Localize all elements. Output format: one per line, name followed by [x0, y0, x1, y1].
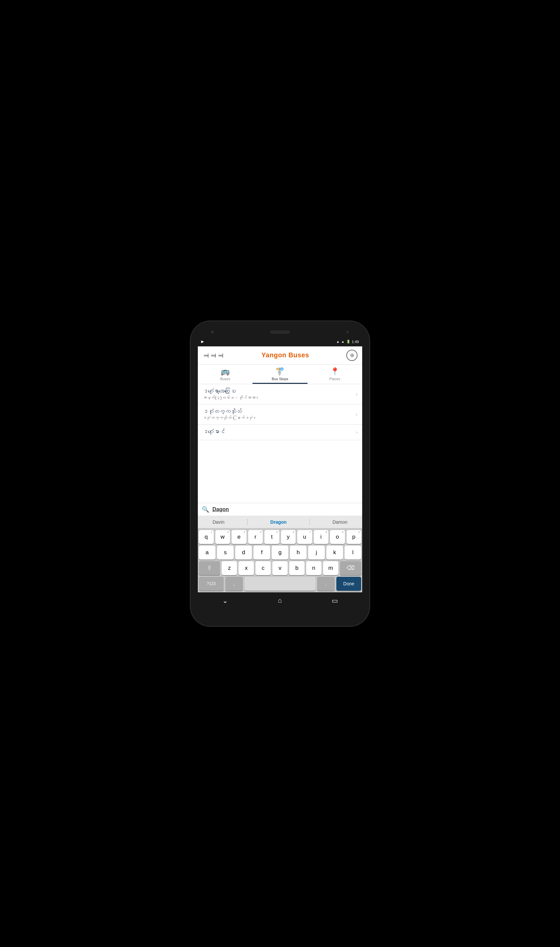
tab-places-label: Places — [329, 377, 340, 381]
signal-icon: ▲ — [341, 340, 345, 343]
key-shift[interactable]: ⇧ — [199, 561, 220, 575]
key-t[interactable]: 5t — [265, 530, 279, 544]
list-item-text: ဒဂုံရောအဝေးပြေး အမှတ်(၃)လမ်းမ၊ လိုင်သာယာ… — [203, 388, 356, 400]
back-button[interactable]: ⌄ — [215, 596, 235, 605]
list-item-title: ဒဂုံမောင် — [203, 429, 356, 435]
key-y[interactable]: 6y — [281, 530, 296, 544]
chevron-right-icon: › — [356, 429, 357, 435]
tab-bar: 🚌 Buses 🚏 Bus Stops 📍 Places — [198, 365, 362, 384]
chevron-right-icon: › — [356, 391, 357, 397]
home-button[interactable]: ⌂ — [270, 596, 290, 605]
autocomplete-word-davin[interactable]: Davin — [206, 519, 231, 525]
key-a[interactable]: a — [199, 546, 215, 559]
key-d[interactable]: d — [235, 546, 252, 559]
key-e[interactable]: 3e — [232, 530, 246, 544]
key-i[interactable]: 8i — [314, 530, 329, 544]
bus-icon: 🚌 — [221, 367, 230, 376]
key-done[interactable]: Done — [336, 577, 361, 591]
key-backspace[interactable]: ⌫ — [340, 561, 361, 575]
status-left: ▶ — [201, 339, 204, 344]
autocomplete-divider — [247, 519, 248, 525]
earpiece-speaker — [270, 331, 290, 334]
list-item-title: ဒဂုံရောအဝေးပြေး — [203, 388, 356, 395]
key-w[interactable]: 2w — [215, 530, 230, 544]
app-header: ⫤⫤⫤ Yangon Buses ⊕ — [198, 346, 362, 365]
compass-icon[interactable]: ⊕ — [346, 350, 357, 361]
notification-icon: ▶ — [201, 339, 204, 344]
places-icon: 📍 — [330, 367, 339, 376]
autocomplete-word-dragon[interactable]: Dragon — [264, 519, 293, 525]
front-camera — [211, 331, 214, 333]
key-u[interactable]: 7u — [297, 530, 312, 544]
tab-buses-label: Buses — [220, 377, 230, 381]
autocomplete-bar: Davin Dragon Damon — [198, 516, 362, 528]
key-comma[interactable]: , — [225, 577, 243, 591]
keyboard: 1q 2w 3e 4r 5t 6y 7u 8i 9o 0p a s d f — [198, 528, 362, 592]
search-bar[interactable]: 🔍 Dagon — [198, 503, 362, 516]
wifi-icon: ▲ — [336, 340, 340, 343]
list-item[interactable]: ဒဂုံတက္ကသိုလ် ဒဂုံတက္ကသိုလ်၊ မြောက်ဒဂုံ။… — [198, 404, 362, 425]
app-title: Yangon Buses — [262, 351, 309, 359]
key-x[interactable]: x — [238, 561, 254, 575]
recents-button[interactable]: ▭ — [325, 596, 345, 605]
proximity-sensor — [346, 331, 349, 333]
key-v[interactable]: v — [272, 561, 288, 575]
key-l[interactable]: l — [345, 546, 361, 559]
key-h[interactable]: h — [290, 546, 306, 559]
key-period[interactable]: . — [317, 577, 335, 591]
battery-icon: 🔋 — [346, 340, 350, 343]
list-item[interactable]: ဒဂုံမောင် › — [198, 425, 362, 440]
key-s[interactable]: s — [217, 546, 234, 559]
autocomplete-divider — [309, 519, 310, 525]
phone-top — [198, 331, 362, 337]
key-j[interactable]: j — [308, 546, 325, 559]
key-c[interactable]: c — [255, 561, 271, 575]
key-p[interactable]: 0p — [346, 530, 362, 544]
search-input[interactable]: Dagon — [212, 507, 358, 513]
list-item-subtitle: ဒဂုံတက္ကသိုလ်၊ မြောက်ဒဂုံ။ — [203, 416, 356, 420]
key-m[interactable]: m — [323, 561, 338, 575]
key-k[interactable]: k — [326, 546, 343, 559]
key-row-2: a s d f g h j k l — [199, 546, 361, 559]
app-content: ⫤⫤⫤ Yangon Buses ⊕ 🚌 Buses 🚏 Bus Stops 📍… — [198, 346, 362, 592]
key-r[interactable]: 4r — [248, 530, 263, 544]
key-numbers[interactable]: ?123 — [199, 577, 224, 591]
search-icon: 🔍 — [202, 506, 209, 513]
status-bar: ▶ ▲ ▲ 🔋 1:49 — [198, 337, 362, 346]
key-f[interactable]: f — [254, 546, 270, 559]
key-space[interactable] — [245, 577, 315, 591]
list-item[interactable]: ဒဂုံရောအဝေးပြေး အမှတ်(၃)လမ်းမ၊ လိုင်သာယာ… — [198, 384, 362, 404]
key-row-1: 1q 2w 3e 4r 5t 6y 7u 8i 9o 0p — [199, 530, 361, 544]
screen: ▶ ▲ ▲ 🔋 1:49 ⫤⫤⫤ Yangon Buses ⊕ 🚌 Buses — [198, 337, 362, 609]
tab-places[interactable]: 📍 Places — [308, 365, 362, 384]
key-o[interactable]: 9o — [330, 530, 345, 544]
autocomplete-word-damon[interactable]: Damon — [326, 519, 354, 525]
status-right: ▲ ▲ 🔋 1:49 — [336, 340, 359, 344]
tab-bus-stops-label: Bus Stops — [272, 377, 288, 381]
key-b[interactable]: b — [289, 561, 305, 575]
tab-bus-stops[interactable]: 🚏 Bus Stops — [252, 365, 307, 384]
list-container: ဒဂုံရောအဝေးပြေး အမှတ်(၃)လမ်းမ၊ လိုင်သာယာ… — [198, 384, 362, 503]
key-z[interactable]: z — [222, 561, 237, 575]
key-g[interactable]: g — [272, 546, 288, 559]
key-row-3: ⇧ z x c v b n m ⌫ — [199, 561, 361, 575]
list-item-text: ဒဂုံတက္ကသိုလ် ဒဂုံတက္ကသိုလ်၊ မြောက်ဒဂုံ။ — [203, 408, 356, 420]
phone-shell: ▶ ▲ ▲ 🔋 1:49 ⫤⫤⫤ Yangon Buses ⊕ 🚌 Buses — [191, 321, 369, 626]
tab-buses[interactable]: 🚌 Buses — [198, 365, 252, 384]
chevron-right-icon: › — [356, 411, 357, 417]
list-item-title: ဒဂုံတက္ကသိုလ် — [203, 408, 356, 415]
bus-stop-icon: 🚏 — [275, 367, 284, 376]
key-row-4: ?123 , . Done — [199, 577, 361, 591]
key-n[interactable]: n — [306, 561, 322, 575]
key-q[interactable]: 1q — [199, 530, 214, 544]
list-item-text: ဒဂုံမောင် — [203, 429, 356, 436]
time-display: 1:49 — [352, 340, 359, 344]
filter-icon[interactable]: ⫤⫤⫤ — [203, 351, 224, 360]
bottom-nav: ⌄ ⌂ ▭ — [198, 592, 362, 609]
list-item-subtitle: အမှတ်(၃)လမ်းမ၊ လိုင်သာယာ။ — [203, 396, 356, 400]
